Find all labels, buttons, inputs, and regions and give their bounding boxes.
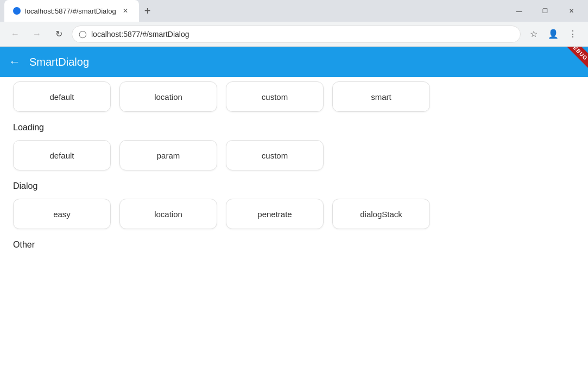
- minimize-button[interactable]: —: [507, 2, 532, 20]
- back-nav-button[interactable]: ←: [7, 26, 24, 43]
- debug-badge: DEBUG: [558, 47, 588, 69]
- btn-param-loading[interactable]: param: [119, 140, 217, 170]
- profile-icon[interactable]: 👤: [545, 26, 562, 43]
- restore-button[interactable]: ❐: [533, 2, 558, 20]
- btn-default-toast[interactable]: default: [13, 81, 111, 112]
- btn-dialogstack-dialog[interactable]: dialogStack: [332, 199, 430, 229]
- app-content: default location custom smart Loading de…: [0, 77, 588, 367]
- other-section-label: Other: [13, 240, 575, 250]
- btn-default-loading[interactable]: default: [13, 140, 111, 170]
- active-tab[interactable]: localhost:5877/#/smartDialog ✕: [4, 0, 139, 22]
- dialog-section-label: Dialog: [13, 181, 575, 191]
- btn-location-toast[interactable]: location: [119, 81, 217, 112]
- tab-title: localhost:5877/#/smartDialog: [25, 7, 116, 15]
- loading-button-row: default param custom: [13, 140, 575, 170]
- lock-icon: ◯: [79, 30, 87, 38]
- btn-custom-loading[interactable]: custom: [226, 140, 324, 170]
- address-bar: ← → ↻ ◯ localhost:5877/#/smartDialog ☆ 👤…: [0, 22, 588, 47]
- forward-nav-button[interactable]: →: [28, 26, 46, 43]
- window-controls: — ❐ ✕: [507, 2, 584, 20]
- tab-favicon: [13, 7, 21, 15]
- tab-close-button[interactable]: ✕: [121, 6, 130, 16]
- close-button[interactable]: ✕: [559, 2, 584, 20]
- url-text: localhost:5877/#/smartDialog: [91, 30, 189, 39]
- loading-section-label: Loading: [13, 123, 575, 132]
- app-header: ← SmartDialog DEBUG: [0, 47, 588, 77]
- reload-button[interactable]: ↻: [50, 26, 67, 43]
- menu-icon[interactable]: ⋮: [564, 26, 581, 43]
- dialog-button-row: easy location penetrate dialogStack: [13, 199, 575, 229]
- new-tab-button[interactable]: +: [139, 0, 156, 22]
- browser-frame: localhost:5877/#/smartDialog ✕ + — ❐ ✕ ←…: [0, 0, 588, 367]
- title-bar: localhost:5877/#/smartDialog ✕ + — ❐ ✕: [0, 0, 588, 22]
- address-actions: ☆ 👤 ⋮: [525, 26, 581, 43]
- tab-bar: localhost:5877/#/smartDialog ✕ +: [4, 0, 507, 22]
- btn-easy-dialog[interactable]: easy: [13, 199, 111, 229]
- app-title: SmartDialog: [29, 56, 89, 68]
- toast-button-row: default location custom smart: [13, 81, 575, 112]
- bookmark-icon[interactable]: ☆: [525, 26, 542, 43]
- url-box[interactable]: ◯ localhost:5877/#/smartDialog: [72, 26, 521, 43]
- btn-penetrate-dialog[interactable]: penetrate: [226, 199, 324, 229]
- btn-smart-toast[interactable]: smart: [332, 81, 430, 112]
- btn-custom-toast[interactable]: custom: [226, 81, 324, 112]
- back-button[interactable]: ←: [9, 55, 21, 69]
- btn-location-dialog[interactable]: location: [119, 199, 217, 229]
